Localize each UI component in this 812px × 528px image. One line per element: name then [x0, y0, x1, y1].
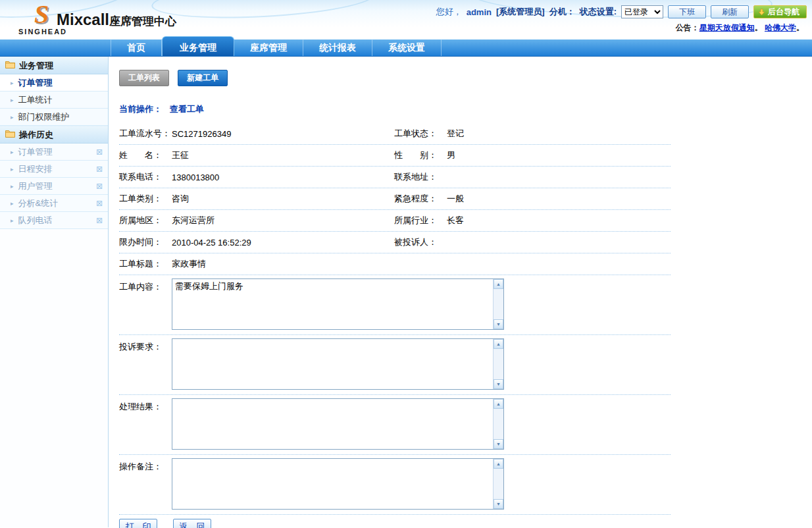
field-label: 所属行业： — [394, 215, 447, 226]
scrollbar-down-icon[interactable] — [494, 439, 503, 449]
field-value: 王征 — [172, 149, 189, 161]
scrollbar-up-icon[interactable] — [494, 399, 503, 409]
singhead-logo-icon — [25, 2, 58, 27]
complaint-request-textarea[interactable] — [172, 339, 492, 389]
scrollbar-down-icon[interactable] — [494, 379, 503, 389]
off-duty-button[interactable]: 下班 — [668, 5, 706, 18]
field-label: 紧急程度： — [394, 193, 447, 205]
sidebar-section-title: 业务管理 — [19, 60, 53, 72]
textarea-scrollbar[interactable] — [493, 459, 503, 509]
status-select[interactable]: 已登录 — [621, 5, 663, 18]
field-label: 操作备注： — [119, 458, 172, 473]
scrollbar-up-icon[interactable] — [494, 459, 503, 469]
form-cell: 被投诉人： — [394, 236, 671, 248]
field-label: 限办时间： — [119, 236, 172, 248]
textarea-frame: 需要保姆上门服务 — [172, 278, 504, 330]
scrollbar-down-icon[interactable] — [494, 319, 503, 329]
form-row: 工单流水号： SC1271926349 工单状态： 登记 — [119, 123, 671, 145]
nav-item-report[interactable]: 统计报表 — [303, 39, 372, 56]
textarea-scrollbar[interactable] — [493, 279, 503, 329]
notice-link-holiday[interactable]: 星期天放假通知 — [699, 23, 755, 32]
arrow-icon — [11, 217, 14, 224]
scrollbar-up-icon[interactable] — [494, 279, 503, 289]
nav-item-home[interactable]: 首页 — [111, 39, 162, 56]
form-row-result: 处理结果： — [119, 395, 671, 455]
scrollbar-up-icon[interactable] — [494, 339, 503, 349]
app-title-brand: Mixcall — [57, 11, 109, 28]
nav-item-business[interactable]: 业务管理 — [162, 36, 234, 56]
textarea-scrollbar[interactable] — [493, 399, 503, 449]
field-label: 工单内容： — [119, 278, 172, 293]
sidebar-section-history: 操作历史 — [0, 126, 108, 144]
operation-note-textarea[interactable] — [172, 459, 492, 509]
form-cell: 工单状态： 登记 — [394, 128, 671, 140]
field-label: 工单流水号： — [119, 128, 172, 140]
current-operation-label: 当前操作： — [119, 104, 162, 114]
work-order-content-textarea[interactable]: 需要保姆上门服务 — [172, 279, 492, 329]
arrow-icon — [11, 166, 14, 172]
field-label: 所属地区： — [119, 215, 172, 226]
sidebar-item-ticket-stats[interactable]: 工单统计 — [0, 92, 108, 109]
sidebar-item-label: 队列电话 — [18, 215, 53, 226]
form-cell: 联系电话： 1380013800 — [119, 171, 394, 183]
field-value: SC1271926349 — [172, 129, 231, 139]
field-value: 2010-04-25 16:52:29 — [172, 238, 251, 248]
header-decoration — [151, 0, 376, 23]
field-label: 联系地址： — [394, 171, 447, 183]
form-cell: 性 别： 男 — [394, 149, 671, 161]
sidebar-item-dept-permission[interactable]: 部门权限维护 — [0, 109, 108, 126]
form-row-complaint: 投诉要求： — [119, 335, 671, 395]
form-row-note: 操作备注： — [119, 455, 671, 515]
form-cell: 工单流水号： SC1271926349 — [119, 128, 394, 140]
nav-item-seat[interactable]: 座席管理 — [234, 39, 303, 56]
print-button[interactable]: 打 印 — [119, 519, 157, 528]
notice-separator: 。 — [796, 23, 804, 32]
form-row: 所属地区： 东河运营所 所属行业： 长客 — [119, 210, 671, 232]
notice-link-harvard[interactable]: 哈佛大学 — [765, 23, 796, 32]
sidebar-item-user-mgmt[interactable]: 用户管理 — [0, 178, 108, 195]
breadcrumb: 当前操作： 查看工单 — [119, 103, 801, 115]
process-result-textarea[interactable] — [172, 399, 492, 449]
field-value: 男 — [447, 149, 455, 161]
field-label: 联系电话： — [119, 171, 172, 183]
field-value: 一般 — [447, 193, 464, 205]
field-label: 姓 名： — [119, 149, 172, 161]
textarea-frame — [172, 338, 504, 390]
user-role: [系统管理员] — [496, 6, 545, 18]
nav-item-settings[interactable]: 系统设置 — [372, 39, 442, 56]
form-row: 姓 名： 王征 性 别： 男 — [119, 145, 671, 167]
new-ticket-button[interactable]: 新建工单 — [178, 70, 228, 86]
sidebar-item-order-mgmt[interactable]: 订单管理 — [0, 74, 108, 92]
field-value: 家政事情 — [172, 258, 206, 270]
backstage-nav-button[interactable]: 后台导航 — [753, 5, 807, 18]
ticket-list-button[interactable]: 工单列表 — [119, 70, 169, 86]
field-label: 投诉要求： — [119, 338, 172, 353]
sidebar-item-order-mgmt-history[interactable]: 订单管理 — [0, 144, 108, 161]
refresh-button[interactable]: 刷新 — [711, 5, 749, 18]
window-icon — [96, 165, 103, 174]
textarea-scrollbar[interactable] — [493, 339, 503, 389]
folder-icon — [5, 130, 15, 140]
notice-label: 公告： — [676, 23, 699, 32]
arrow-icon — [11, 183, 14, 190]
current-operation-value: 查看工单 — [170, 104, 204, 114]
sidebar-section-business: 业务管理 — [0, 57, 108, 74]
form-row: 联系电话： 1380013800 联系地址： — [119, 167, 671, 188]
arrow-icon — [11, 200, 14, 207]
field-value: 咨询 — [172, 193, 189, 205]
sidebar-item-analysis-stats[interactable]: 分析&统计 — [0, 195, 108, 212]
sidebar-item-label: 订单管理 — [18, 146, 53, 158]
sidebar-section-title: 操作历史 — [19, 129, 53, 141]
sidebar-item-label: 分析&统计 — [18, 198, 59, 209]
extension-label: 分机： — [549, 6, 575, 18]
user-status-line: 您好， admin [系统管理员] 分机： 状态设置: 已登录 下班 刷新 后台… — [436, 5, 807, 19]
sidebar-item-queue-calls[interactable]: 队列电话 — [0, 212, 108, 229]
greeting-text: 您好， — [436, 6, 462, 18]
back-button[interactable]: 返 回 — [173, 519, 211, 528]
username: admin — [467, 7, 492, 17]
app-title-rest: 座席管理中心 — [109, 15, 176, 28]
scrollbar-down-icon[interactable] — [494, 499, 503, 509]
arrow-icon — [11, 80, 14, 86]
backstage-nav-label: 后台导航 — [768, 7, 799, 18]
sidebar-item-schedule[interactable]: 日程安排 — [0, 161, 108, 178]
